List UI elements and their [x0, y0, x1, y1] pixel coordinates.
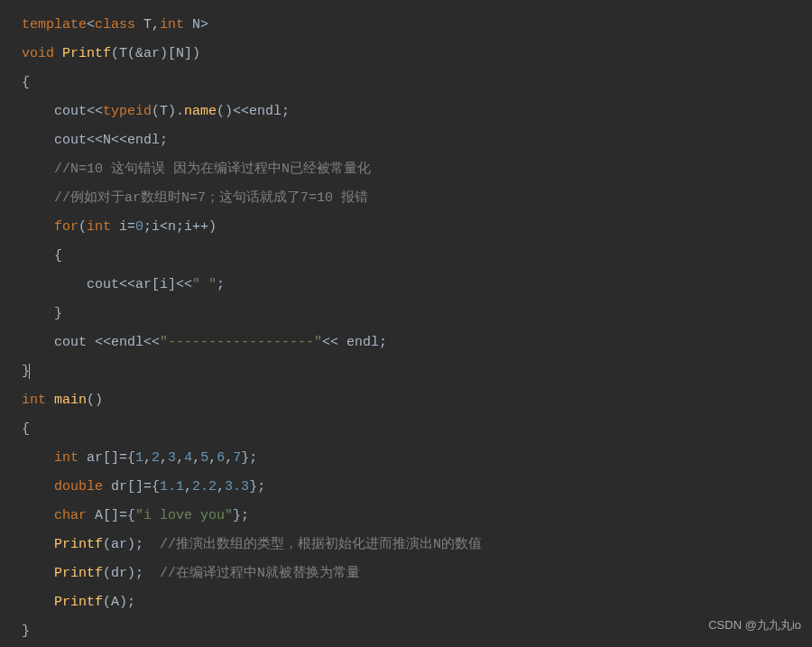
code-line: { — [22, 69, 812, 97]
code-line: //例如对于ar数组时N=7；这句话就成了7=10 报错 — [22, 184, 812, 213]
code-line: double dr[]={1.1,2.2,3.3}; — [22, 473, 812, 502]
watermark-text: CSDN @九九丸io — [708, 611, 801, 640]
code-line: { — [22, 415, 812, 444]
code-line: Printf(ar); //推演出数组的类型，根据初始化进而推演出N的数值 — [22, 531, 812, 559]
code-line: cout<<N<<endl; — [22, 126, 812, 155]
code-block: template<class T,int N>void Printf(T(&ar… — [22, 11, 812, 646]
code-line: } — [22, 357, 812, 386]
code-line: } — [22, 617, 812, 646]
code-line: Printf(dr); //在编译过程中N就被替换为常量 — [22, 559, 812, 588]
code-line: template<class T,int N> — [22, 11, 812, 40]
code-line: char A[]={"i love you"}; — [22, 502, 812, 531]
code-line: } — [22, 300, 812, 328]
code-line: for(int i=0;i<n;i++) — [22, 213, 812, 242]
code-line: void Printf(T(&ar)[N]) — [22, 40, 812, 69]
code-line: cout<<typeid(T).name()<<endl; — [22, 97, 812, 126]
code-line: cout<<ar[i]<<" "; — [22, 271, 812, 300]
code-line: int main() — [22, 386, 812, 415]
code-line: cout <<endl<<"------------------"<< endl… — [22, 328, 812, 357]
code-line: //N=10 这句错误 因为在编译过程中N已经被常量化 — [22, 155, 812, 184]
code-line: { — [22, 242, 812, 271]
code-line: Printf(A); — [22, 588, 812, 617]
code-line: int ar[]={1,2,3,4,5,6,7}; — [22, 444, 812, 473]
